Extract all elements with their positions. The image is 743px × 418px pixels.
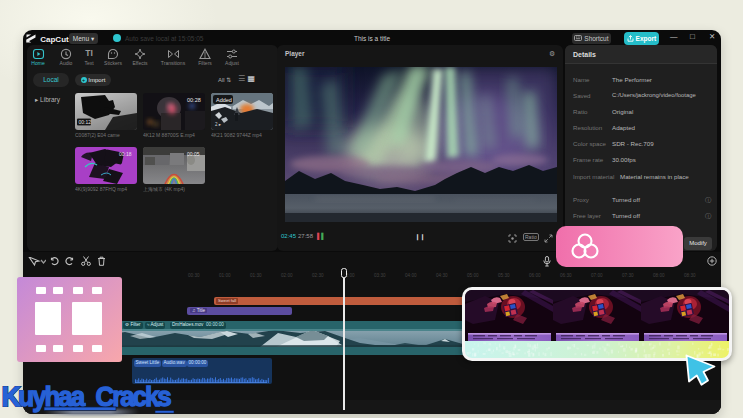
svg-text:00:12: 00:12 bbox=[79, 119, 92, 125]
svg-text:2 ▸: 2 ▸ bbox=[215, 122, 222, 127]
svg-text:00:05: 00:05 bbox=[187, 151, 200, 157]
svg-text:00:28: 00:28 bbox=[187, 97, 201, 103]
svg-text:00:18: 00:18 bbox=[119, 151, 132, 157]
svg-text:Added: Added bbox=[216, 97, 232, 103]
